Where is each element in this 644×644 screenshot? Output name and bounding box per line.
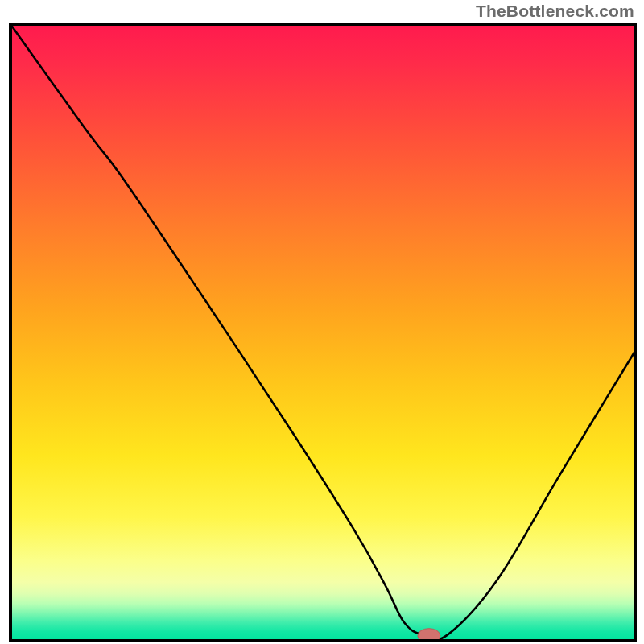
attribution-label: TheBottleneck.com [476,2,634,21]
chart-container: TheBottleneck.com [0,0,644,644]
bottleneck-chart [9,23,637,642]
gradient-background [10,24,635,641]
